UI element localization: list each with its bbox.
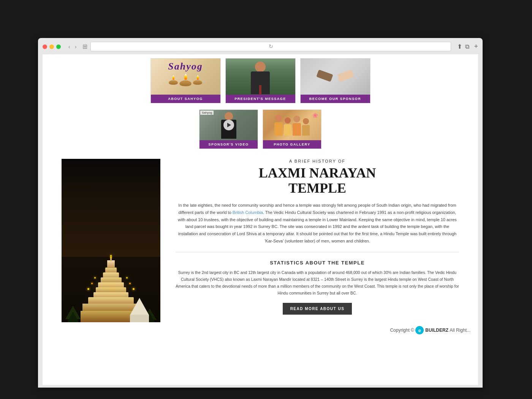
about-sahyog-label: ABOUT SAHYOG bbox=[151, 95, 220, 103]
about-sahyog-card[interactable]: Sahyog bbox=[150, 58, 221, 103]
rights-text: All Right... bbox=[450, 328, 470, 333]
become-sponsor-card[interactable]: BECOME OUR SPONSOR bbox=[300, 58, 370, 103]
traffic-lights bbox=[43, 44, 61, 49]
become-sponsor-label: BECOME OUR SPONSOR bbox=[301, 95, 370, 103]
minimize-button[interactable] bbox=[49, 44, 54, 49]
ebuilderz-logo: e BUILDERZ bbox=[415, 326, 448, 334]
share-icon[interactable]: ⬆ bbox=[457, 43, 462, 50]
photo-gallery-image: ❀ bbox=[263, 110, 321, 140]
history-title: LAXMI NARAYANTEMPLE bbox=[176, 166, 459, 196]
become-sponsor-image bbox=[301, 59, 370, 95]
sahyog-logo-text: Sahyog bbox=[168, 61, 203, 72]
tabs-icon[interactable]: ⧉ bbox=[465, 43, 469, 50]
play-button[interactable] bbox=[223, 120, 234, 130]
history-section: A BRIEF HISTORY OF LAXMI NARAYANTEMPLE I… bbox=[176, 159, 459, 322]
sponsors-video-card[interactable]: Sahyog SPONSOR'S VIDEO bbox=[199, 109, 258, 149]
footer: Copyright © e BUILDERZ All Right... bbox=[43, 322, 478, 334]
about-sahyog-image: Sahyog bbox=[151, 59, 220, 95]
close-button[interactable] bbox=[43, 44, 47, 49]
browser-window: ‹ › ⊞ ↻ ⬆ ⧉ + Sahyog bbox=[38, 38, 483, 388]
statistics-body: Surrey is the 2nd largest city in BC and… bbox=[176, 269, 459, 296]
history-subtitle: A BRIEF HISTORY OF bbox=[176, 159, 459, 163]
diya-decoration bbox=[169, 75, 202, 85]
refresh-icon: ↻ bbox=[269, 43, 273, 50]
new-tab-button[interactable]: + bbox=[474, 43, 478, 51]
tab-grid-button[interactable]: ⊞ bbox=[82, 43, 87, 50]
cards-row-1: Sahyog bbox=[150, 58, 370, 103]
presidents-message-label: PRESIDENT'S MESSAGE bbox=[226, 95, 295, 103]
sponsors-video-label: SPONSOR'S VIDEO bbox=[200, 140, 258, 149]
main-content: A BRIEF HISTORY OF LAXMI NARAYANTEMPLE I… bbox=[43, 159, 478, 322]
address-bar[interactable]: ↻ bbox=[90, 42, 451, 51]
history-body: In the late eighties, the need for commu… bbox=[176, 202, 459, 244]
presidents-message-card[interactable]: PRESIDENT'S MESSAGE bbox=[225, 58, 296, 103]
presidents-message-image bbox=[226, 59, 295, 95]
website-content: Sahyog bbox=[43, 54, 478, 385]
back-button[interactable]: ‹ bbox=[67, 43, 72, 51]
forward-button[interactable]: › bbox=[73, 43, 78, 51]
brand-name: BUILDERZ bbox=[425, 328, 448, 333]
temple-image-section bbox=[62, 159, 160, 322]
photo-gallery-label: PHOTO GALLERY bbox=[263, 140, 321, 149]
cards-section: Sahyog bbox=[43, 54, 478, 155]
statistics-title: STATISTICS ABOUT THE TEMPLE bbox=[176, 260, 459, 266]
temple-photo bbox=[62, 159, 160, 322]
cards-row-2: Sahyog SPONSOR'S VIDEO bbox=[199, 109, 321, 149]
photo-gallery-card[interactable]: ❀ PHOTO GALLERY bbox=[263, 109, 321, 149]
nav-buttons: ‹ › bbox=[67, 43, 78, 51]
british-columbia-link[interactable]: British Columbia bbox=[233, 210, 263, 215]
read-more-button[interactable]: READ MORE ABOUT US bbox=[283, 303, 352, 315]
browser-titlebar: ‹ › ⊞ ↻ ⬆ ⧉ + bbox=[43, 42, 478, 54]
sponsors-video-image: Sahyog bbox=[200, 110, 258, 140]
e-icon: e bbox=[415, 326, 424, 334]
maximize-button[interactable] bbox=[56, 44, 61, 49]
section-divider bbox=[176, 252, 459, 252]
toolbar-right: ⬆ ⧉ bbox=[457, 43, 469, 50]
copyright-text: Copyright © bbox=[390, 328, 414, 333]
